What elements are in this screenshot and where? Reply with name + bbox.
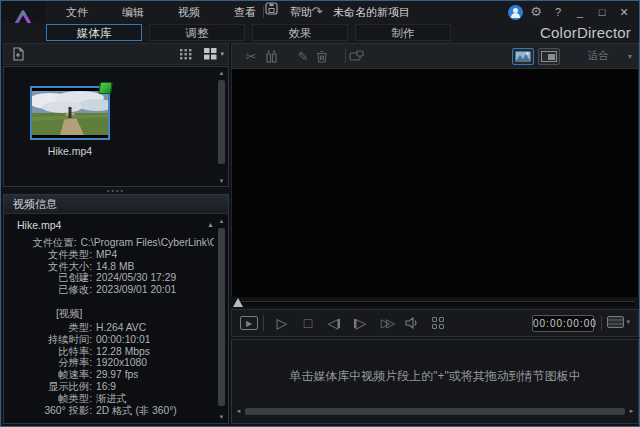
delete-clip-icon[interactable]	[316, 50, 342, 63]
scrollbar-thumb[interactable]	[245, 408, 625, 415]
scroll-up-icon[interactable]: ▲	[217, 69, 226, 78]
play-button[interactable]: ▷	[269, 315, 295, 331]
info-field-label: 帧速率:	[4, 369, 92, 381]
seek-track[interactable]	[237, 301, 635, 306]
playhead-marker[interactable]	[233, 298, 243, 307]
main-area: ▾	[3, 43, 639, 424]
zoom-mode-select[interactable]: 适合 ▾	[568, 49, 632, 63]
close-button[interactable]: ✕	[615, 2, 633, 22]
quality-badge-icon	[98, 82, 113, 94]
scrollbar-thumb[interactable]	[218, 228, 225, 406]
info-field-value: 渐进式	[96, 393, 127, 405]
preview-toolbar: ✂ ✎ 适合	[231, 43, 639, 69]
maximize-button[interactable]: □	[593, 2, 611, 22]
preview-window-play-button[interactable]: ▶	[240, 316, 258, 330]
info-scrollbar[interactable]: ▲ ▼	[217, 217, 226, 422]
info-field-value: H.264 AVC	[96, 322, 146, 334]
view-mode-split-button[interactable]	[538, 48, 560, 65]
info-field-row: 文件类型: MP4	[4, 249, 214, 261]
info-field-row: 帧类型: 渐进式	[4, 393, 214, 405]
view-mode-full-button[interactable]	[512, 48, 534, 65]
quality-icon	[607, 316, 624, 328]
info-field-label: 比特率:	[4, 346, 92, 358]
info-field-row: 分辨率: 1920x1080	[4, 357, 214, 369]
info-field-label: 已创建:	[4, 272, 92, 284]
scroll-down-icon[interactable]: ▼	[217, 177, 226, 186]
info-field-value: 2024/05/30 17:29	[96, 272, 176, 284]
storyboard-scrollbar[interactable]: ◄ ►	[234, 407, 636, 416]
scroll-up-icon[interactable]: ▲	[217, 217, 226, 226]
left-panel: ▾	[3, 43, 229, 424]
menu-item[interactable]: 编辑	[105, 1, 161, 23]
info-field-value: 29.97 fps	[96, 369, 138, 381]
clip-thumbnail[interactable]	[30, 86, 110, 140]
menu-item[interactable]: 视频	[161, 1, 217, 23]
panel-splitter[interactable]: ••••	[3, 187, 229, 194]
volume-button[interactable]	[399, 317, 425, 329]
redo-icon[interactable]: ↷	[307, 2, 327, 22]
info-field-label: 持续时间:	[4, 334, 92, 346]
scroll-left-icon[interactable]: ◄	[234, 407, 243, 416]
transport-separator	[263, 315, 264, 331]
info-field-label: 文件类型:	[4, 249, 92, 261]
info-field-value: 00:00:10:01	[96, 334, 150, 346]
chevron-down-icon: ▾	[628, 52, 632, 61]
scrollbar-thumb[interactable]	[218, 80, 225, 164]
pen-mark-icon[interactable]: ✎	[290, 49, 316, 64]
select-zoom-grid-icon[interactable]	[425, 317, 451, 329]
undo-icon[interactable]: ↶	[287, 2, 307, 22]
view-thumbnail-icon[interactable]: ▾	[204, 48, 224, 60]
video-section-label: [视频]	[4, 307, 214, 321]
video-info-panel: 视频信息 Hike.mp4 ▲ 文件位置: C:\Program Files\C…	[3, 194, 229, 424]
chevron-down-icon: ▾	[220, 50, 224, 58]
titlebar-separator	[263, 6, 264, 18]
settings-gear-icon[interactable]: ⚙	[527, 2, 545, 22]
previous-frame-button[interactable]: ◁	[321, 315, 347, 331]
info-field-row: 显示比例: 16:9	[4, 381, 214, 393]
scroll-right-icon[interactable]: ►	[627, 407, 636, 416]
save-icon[interactable]	[265, 2, 285, 15]
app-window: 文件 编辑 视频 查看 帮助 ↶ ↷ 未命名的新项目 ⚙ ? _ □ ✕	[0, 0, 640, 427]
seek-bar[interactable]	[231, 297, 639, 309]
fast-forward-button[interactable]: ▷▷	[373, 316, 399, 330]
trim-clip-icon[interactable]	[264, 50, 290, 63]
info-field-value: MP4	[96, 249, 117, 261]
collapse-section-icon[interactable]: ▲	[207, 221, 214, 228]
minimize-button[interactable]: _	[571, 5, 589, 19]
pip-tag-icon[interactable]	[349, 50, 375, 62]
info-field-label: 文件大小:	[4, 261, 92, 273]
info-field-label: 分辨率:	[4, 357, 92, 369]
info-field-label: 显示比例:	[4, 381, 92, 393]
next-frame-button[interactable]: ▷	[347, 315, 373, 331]
storyboard-area[interactable]: 单击媒体库中视频片段上的"+"或将其拖动到情节图板中 ◄ ►	[231, 339, 639, 424]
tab-produce[interactable]: 制作	[355, 24, 451, 41]
tab-media-library[interactable]: 媒体库	[46, 24, 142, 41]
info-field-row: 已创建: 2024/05/30 17:29	[4, 272, 214, 284]
menu-item[interactable]: 文件	[49, 1, 105, 23]
info-field-value: 12.28 Mbps	[96, 346, 150, 358]
media-library-grid: Hike.mp4 ▲ ▼	[3, 66, 229, 187]
info-field-row: 帧速率: 29.97 fps	[4, 369, 214, 381]
split-clip-icon[interactable]: ✂	[238, 49, 264, 64]
info-clip-name: Hike.mp4	[17, 219, 61, 231]
info-field-label: 帧类型:	[4, 393, 92, 405]
tab-effects[interactable]: 效果	[252, 24, 348, 41]
info-clip-row[interactable]: Hike.mp4 ▲	[4, 219, 228, 233]
account-icon[interactable]	[508, 5, 523, 20]
help-button[interactable]: ?	[549, 2, 567, 22]
clip-filename: Hike.mp4	[4, 145, 136, 157]
preview-screen[interactable]	[231, 69, 639, 297]
info-field-row: 类型: H.264 AVC	[4, 322, 214, 334]
toolbar-separator	[345, 49, 346, 63]
view-detail-icon[interactable]	[180, 48, 192, 60]
scroll-down-icon[interactable]: ▼	[217, 413, 226, 422]
tab-adjustment[interactable]: 调整	[149, 24, 245, 41]
import-media-icon[interactable]	[11, 47, 25, 61]
timecode-display[interactable]: 00:00:00:00	[532, 315, 594, 332]
preview-quality-button[interactable]: ▾	[607, 316, 630, 328]
library-scrollbar[interactable]: ▲ ▼	[217, 69, 226, 186]
stop-button[interactable]: □	[295, 315, 321, 331]
info-field-value: 16:9	[96, 381, 116, 393]
info-field-label: 已修改:	[4, 284, 92, 296]
info-field-value: 2D 格式 (非 360°)	[96, 405, 177, 417]
